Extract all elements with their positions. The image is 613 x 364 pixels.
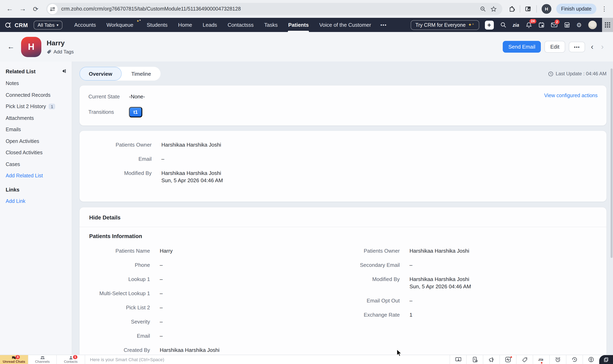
app-launcher-strip[interactable] bbox=[602, 18, 613, 32]
smart-chat-input[interactable] bbox=[85, 355, 450, 364]
contacts-tab[interactable]: 1 Contacts bbox=[57, 355, 85, 364]
field-value-line1: Harshikaa Harshika Joshi bbox=[161, 170, 223, 177]
browser-menu-icon[interactable]: ⋮ bbox=[601, 5, 607, 13]
field-row: Lookup 1– bbox=[89, 276, 343, 283]
extensions-icon[interactable] bbox=[509, 6, 515, 12]
tag-tool-icon[interactable] bbox=[516, 355, 533, 364]
sidebar-item-notes[interactable]: Notes bbox=[6, 80, 66, 86]
bookmark-star-icon[interactable] bbox=[490, 6, 497, 12]
mail-icon[interactable]: 2 bbox=[551, 22, 557, 27]
add-related-list-link[interactable]: Add Related List bbox=[6, 173, 66, 179]
url-bar[interactable]: crm.zoho.com/crm/org766707815/tab/Custom… bbox=[46, 3, 502, 15]
sidebar-item-pick-list-2-history[interactable]: Pick List 2 History 1 bbox=[6, 104, 66, 109]
user-avatar[interactable] bbox=[588, 21, 597, 29]
field-value: Harshikaa Harshika Joshi bbox=[161, 141, 221, 149]
site-settings-icon[interactable] bbox=[47, 4, 57, 14]
back-arrow-icon[interactable]: ← bbox=[7, 42, 14, 51]
field-label: Email bbox=[91, 156, 152, 163]
try-crm-for-everyone-button[interactable]: Try CRM for Everyone ✦⁺ bbox=[410, 20, 479, 30]
add-link-link[interactable]: Add Link bbox=[6, 198, 66, 204]
all-tabs-label: All Tabs bbox=[38, 22, 55, 28]
zia-icon[interactable]: zia bbox=[513, 22, 519, 28]
mobile-device-icon[interactable] bbox=[466, 355, 483, 364]
browser-back-icon[interactable]: ← bbox=[4, 3, 15, 14]
transition-t1-button[interactable]: t1 bbox=[129, 107, 142, 117]
sidebar-item-attachments[interactable]: Attachments bbox=[6, 115, 66, 121]
search-icon[interactable] bbox=[500, 22, 506, 28]
send-email-button[interactable]: Send Email bbox=[503, 41, 541, 53]
more-actions-button[interactable]: ••• bbox=[569, 41, 585, 52]
record-avatar[interactable]: H bbox=[21, 37, 41, 57]
channels-icon bbox=[40, 356, 45, 360]
sidebar-item-cases[interactable]: Cases bbox=[6, 161, 66, 167]
sidebar-item-open-activities[interactable]: Open Activities bbox=[6, 138, 66, 144]
notes-copy-icon[interactable] bbox=[599, 355, 613, 364]
unread-chats-tab[interactable]: 3 Unread Chats bbox=[0, 355, 28, 364]
activity-pulse-icon[interactable] bbox=[500, 355, 516, 364]
browser-profile-avatar[interactable]: H bbox=[542, 4, 551, 14]
sidebar-item-connected-records[interactable]: Connected Records bbox=[6, 92, 66, 98]
zoom-indicator-icon[interactable] bbox=[480, 6, 486, 12]
field-label: Patients Owner bbox=[91, 141, 152, 149]
field-row: Multi-Select Lookup 1– bbox=[89, 290, 343, 297]
tab-voice-of-the-customer[interactable]: Voice of the Customer bbox=[314, 18, 376, 32]
app-grid-icon[interactable] bbox=[605, 22, 610, 28]
history-icon[interactable] bbox=[566, 355, 583, 364]
tab-students[interactable]: Students bbox=[141, 18, 173, 32]
clock-icon bbox=[548, 71, 553, 76]
browser-forward-icon[interactable]: → bbox=[17, 3, 28, 14]
record-tabs: Overview Timeline bbox=[80, 67, 161, 80]
quick-create-button[interactable]: + bbox=[485, 20, 494, 29]
announcement-icon[interactable] bbox=[483, 355, 500, 364]
tab-home[interactable]: Home bbox=[173, 18, 197, 32]
current-state-label: Current State bbox=[88, 93, 126, 100]
add-tags-button[interactable]: Add Tags bbox=[47, 49, 74, 54]
tab-contactsss[interactable]: Contactsss bbox=[222, 18, 259, 32]
accessibility-icon[interactable] bbox=[583, 355, 599, 364]
previous-record-icon[interactable]: ‹ bbox=[589, 43, 596, 51]
page-scrollbar[interactable] bbox=[611, 68, 613, 258]
screen-share-icon[interactable] bbox=[450, 355, 466, 364]
reminder-clock-icon[interactable] bbox=[549, 355, 566, 364]
field-row: Email– bbox=[89, 332, 343, 340]
tab-leads[interactable]: Leads bbox=[197, 18, 222, 32]
url-text: crm.zoho.com/crm/org766707815/tab/Custom… bbox=[61, 6, 480, 12]
tab-patients[interactable]: Patients bbox=[283, 18, 314, 32]
chevron-down-icon: ▾ bbox=[56, 23, 58, 27]
tab-workqueue[interactable]: Workqueue ✦ bbox=[101, 18, 141, 32]
tab-tasks[interactable]: Tasks bbox=[259, 18, 283, 32]
tab-overview[interactable]: Overview bbox=[80, 67, 122, 80]
field-value: 1 bbox=[409, 311, 412, 319]
contacts-label: Contacts bbox=[64, 360, 77, 364]
record-title-block: Harry Add Tags bbox=[47, 39, 74, 55]
mail-badge: 2 bbox=[554, 19, 559, 24]
next-record-icon[interactable]: › bbox=[599, 43, 606, 51]
hide-details-toggle[interactable]: Hide Details bbox=[89, 215, 597, 221]
tab-accounts[interactable]: Accounts bbox=[69, 18, 101, 32]
channels-tab[interactable]: Channels bbox=[28, 355, 57, 364]
zia-assistant-icon[interactable]: zia bbox=[533, 355, 549, 364]
sparkle-icon: ✦⁺ bbox=[468, 22, 474, 27]
transitions-label: Transitions bbox=[88, 107, 126, 115]
sidebar-item-emails[interactable]: Emails bbox=[6, 127, 66, 132]
edit-button[interactable]: Edit bbox=[545, 41, 565, 53]
tab-timeline[interactable]: Timeline bbox=[122, 67, 161, 80]
field-value-line1: Harshikaa Harshika Joshi bbox=[160, 347, 221, 354]
field-row: Modified By Harshikaa Harshika Joshi Sun… bbox=[343, 276, 597, 290]
field-label: Modified By bbox=[343, 276, 400, 290]
more-tabs-icon[interactable]: ••• bbox=[376, 22, 391, 28]
view-configured-actions-link[interactable]: View configured actions bbox=[544, 93, 598, 98]
last-update: Last Update : 04:46 AM bbox=[548, 71, 607, 77]
marketplace-icon[interactable] bbox=[564, 22, 570, 28]
gear-icon[interactable]: ⚙ bbox=[576, 22, 582, 28]
sidebar-item-closed-activities[interactable]: Closed Activities bbox=[6, 150, 66, 156]
finish-update-button[interactable]: Finish update bbox=[556, 4, 596, 14]
field-label: Email bbox=[89, 332, 150, 340]
collapse-sidebar-icon[interactable] bbox=[62, 68, 66, 75]
calendar-icon[interactable] bbox=[538, 22, 544, 28]
field-label: Severity bbox=[89, 318, 150, 325]
all-tabs-dropdown[interactable]: All Tabs ▾ bbox=[34, 20, 63, 29]
notifications-bell[interactable]: 24 bbox=[526, 22, 532, 28]
browser-reload-icon[interactable]: ⟳ bbox=[30, 3, 41, 14]
tab-search-icon[interactable] bbox=[525, 6, 531, 12]
